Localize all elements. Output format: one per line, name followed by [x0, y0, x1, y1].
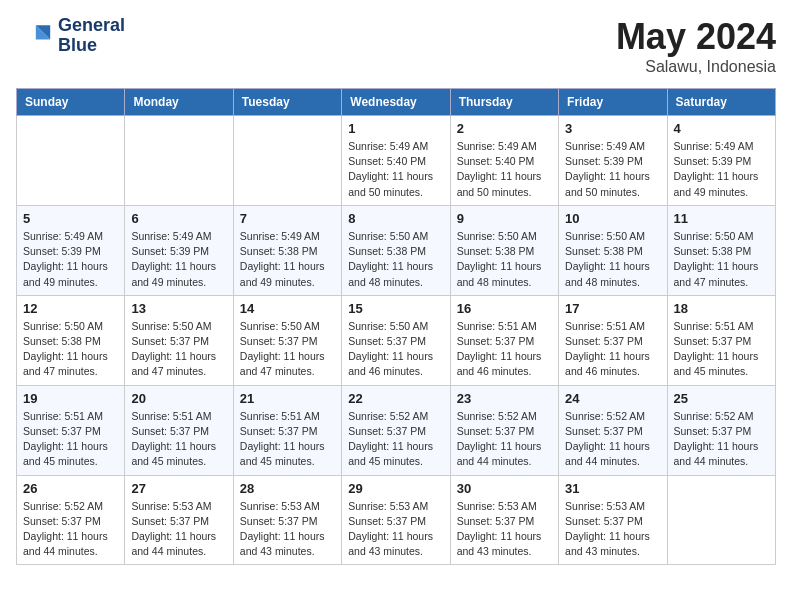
day-number: 25	[674, 391, 769, 406]
weekday-header-tuesday: Tuesday	[233, 89, 341, 116]
calendar-cell: 2Sunrise: 5:49 AM Sunset: 5:40 PM Daylig…	[450, 116, 558, 206]
day-info: Sunrise: 5:52 AM Sunset: 5:37 PM Dayligh…	[457, 409, 552, 470]
day-number: 20	[131, 391, 226, 406]
day-number: 23	[457, 391, 552, 406]
calendar-week-row: 19Sunrise: 5:51 AM Sunset: 5:37 PM Dayli…	[17, 385, 776, 475]
day-number: 12	[23, 301, 118, 316]
calendar-cell: 10Sunrise: 5:50 AM Sunset: 5:38 PM Dayli…	[559, 205, 667, 295]
day-info: Sunrise: 5:50 AM Sunset: 5:38 PM Dayligh…	[23, 319, 118, 380]
day-info: Sunrise: 5:50 AM Sunset: 5:37 PM Dayligh…	[131, 319, 226, 380]
calendar-cell: 29Sunrise: 5:53 AM Sunset: 5:37 PM Dayli…	[342, 475, 450, 565]
day-info: Sunrise: 5:51 AM Sunset: 5:37 PM Dayligh…	[457, 319, 552, 380]
calendar-cell: 23Sunrise: 5:52 AM Sunset: 5:37 PM Dayli…	[450, 385, 558, 475]
calendar-cell: 16Sunrise: 5:51 AM Sunset: 5:37 PM Dayli…	[450, 295, 558, 385]
day-info: Sunrise: 5:53 AM Sunset: 5:37 PM Dayligh…	[565, 499, 660, 560]
logo-icon	[16, 18, 52, 54]
day-number: 26	[23, 481, 118, 496]
calendar-cell: 18Sunrise: 5:51 AM Sunset: 5:37 PM Dayli…	[667, 295, 775, 385]
day-number: 9	[457, 211, 552, 226]
day-number: 2	[457, 121, 552, 136]
day-number: 6	[131, 211, 226, 226]
day-info: Sunrise: 5:49 AM Sunset: 5:38 PM Dayligh…	[240, 229, 335, 290]
calendar-cell: 15Sunrise: 5:50 AM Sunset: 5:37 PM Dayli…	[342, 295, 450, 385]
calendar-cell	[125, 116, 233, 206]
day-info: Sunrise: 5:52 AM Sunset: 5:37 PM Dayligh…	[674, 409, 769, 470]
weekday-header-wednesday: Wednesday	[342, 89, 450, 116]
day-info: Sunrise: 5:53 AM Sunset: 5:37 PM Dayligh…	[240, 499, 335, 560]
calendar-cell: 13Sunrise: 5:50 AM Sunset: 5:37 PM Dayli…	[125, 295, 233, 385]
day-info: Sunrise: 5:49 AM Sunset: 5:39 PM Dayligh…	[23, 229, 118, 290]
day-number: 3	[565, 121, 660, 136]
logo: General Blue	[16, 16, 125, 56]
day-number: 30	[457, 481, 552, 496]
day-info: Sunrise: 5:49 AM Sunset: 5:40 PM Dayligh…	[348, 139, 443, 200]
calendar-cell: 27Sunrise: 5:53 AM Sunset: 5:37 PM Dayli…	[125, 475, 233, 565]
day-info: Sunrise: 5:51 AM Sunset: 5:37 PM Dayligh…	[240, 409, 335, 470]
day-info: Sunrise: 5:51 AM Sunset: 5:37 PM Dayligh…	[131, 409, 226, 470]
calendar-cell: 11Sunrise: 5:50 AM Sunset: 5:38 PM Dayli…	[667, 205, 775, 295]
day-info: Sunrise: 5:51 AM Sunset: 5:37 PM Dayligh…	[565, 319, 660, 380]
logo-line1: General	[58, 16, 125, 36]
day-number: 22	[348, 391, 443, 406]
calendar-cell: 26Sunrise: 5:52 AM Sunset: 5:37 PM Dayli…	[17, 475, 125, 565]
day-info: Sunrise: 5:53 AM Sunset: 5:37 PM Dayligh…	[131, 499, 226, 560]
calendar-cell: 8Sunrise: 5:50 AM Sunset: 5:38 PM Daylig…	[342, 205, 450, 295]
calendar-cell	[17, 116, 125, 206]
day-info: Sunrise: 5:50 AM Sunset: 5:38 PM Dayligh…	[457, 229, 552, 290]
weekday-header-saturday: Saturday	[667, 89, 775, 116]
month-year-title: May 2024	[616, 16, 776, 58]
calendar-cell: 1Sunrise: 5:49 AM Sunset: 5:40 PM Daylig…	[342, 116, 450, 206]
calendar-cell: 25Sunrise: 5:52 AM Sunset: 5:37 PM Dayli…	[667, 385, 775, 475]
day-number: 17	[565, 301, 660, 316]
calendar-cell: 7Sunrise: 5:49 AM Sunset: 5:38 PM Daylig…	[233, 205, 341, 295]
day-number: 19	[23, 391, 118, 406]
day-info: Sunrise: 5:49 AM Sunset: 5:39 PM Dayligh…	[674, 139, 769, 200]
day-number: 21	[240, 391, 335, 406]
calendar-cell: 12Sunrise: 5:50 AM Sunset: 5:38 PM Dayli…	[17, 295, 125, 385]
calendar-cell: 5Sunrise: 5:49 AM Sunset: 5:39 PM Daylig…	[17, 205, 125, 295]
day-number: 7	[240, 211, 335, 226]
day-info: Sunrise: 5:51 AM Sunset: 5:37 PM Dayligh…	[674, 319, 769, 380]
calendar-cell: 30Sunrise: 5:53 AM Sunset: 5:37 PM Dayli…	[450, 475, 558, 565]
calendar-cell: 22Sunrise: 5:52 AM Sunset: 5:37 PM Dayli…	[342, 385, 450, 475]
calendar-cell: 24Sunrise: 5:52 AM Sunset: 5:37 PM Dayli…	[559, 385, 667, 475]
title-block: May 2024 Salawu, Indonesia	[616, 16, 776, 76]
day-info: Sunrise: 5:53 AM Sunset: 5:37 PM Dayligh…	[457, 499, 552, 560]
calendar-cell: 9Sunrise: 5:50 AM Sunset: 5:38 PM Daylig…	[450, 205, 558, 295]
day-info: Sunrise: 5:50 AM Sunset: 5:38 PM Dayligh…	[565, 229, 660, 290]
day-number: 13	[131, 301, 226, 316]
calendar-cell	[667, 475, 775, 565]
calendar-cell: 4Sunrise: 5:49 AM Sunset: 5:39 PM Daylig…	[667, 116, 775, 206]
day-number: 8	[348, 211, 443, 226]
weekday-header-sunday: Sunday	[17, 89, 125, 116]
calendar-cell: 19Sunrise: 5:51 AM Sunset: 5:37 PM Dayli…	[17, 385, 125, 475]
weekday-header-row: SundayMondayTuesdayWednesdayThursdayFrid…	[17, 89, 776, 116]
weekday-header-thursday: Thursday	[450, 89, 558, 116]
calendar-cell: 3Sunrise: 5:49 AM Sunset: 5:39 PM Daylig…	[559, 116, 667, 206]
calendar-week-row: 26Sunrise: 5:52 AM Sunset: 5:37 PM Dayli…	[17, 475, 776, 565]
logo-line2: Blue	[58, 36, 125, 56]
weekday-header-monday: Monday	[125, 89, 233, 116]
location-subtitle: Salawu, Indonesia	[616, 58, 776, 76]
day-number: 28	[240, 481, 335, 496]
day-info: Sunrise: 5:52 AM Sunset: 5:37 PM Dayligh…	[348, 409, 443, 470]
calendar-cell	[233, 116, 341, 206]
day-info: Sunrise: 5:53 AM Sunset: 5:37 PM Dayligh…	[348, 499, 443, 560]
calendar-cell: 14Sunrise: 5:50 AM Sunset: 5:37 PM Dayli…	[233, 295, 341, 385]
day-number: 31	[565, 481, 660, 496]
day-number: 24	[565, 391, 660, 406]
day-number: 4	[674, 121, 769, 136]
calendar-cell: 21Sunrise: 5:51 AM Sunset: 5:37 PM Dayli…	[233, 385, 341, 475]
day-info: Sunrise: 5:50 AM Sunset: 5:38 PM Dayligh…	[674, 229, 769, 290]
calendar-week-row: 1Sunrise: 5:49 AM Sunset: 5:40 PM Daylig…	[17, 116, 776, 206]
calendar-week-row: 5Sunrise: 5:49 AM Sunset: 5:39 PM Daylig…	[17, 205, 776, 295]
day-info: Sunrise: 5:52 AM Sunset: 5:37 PM Dayligh…	[565, 409, 660, 470]
calendar-cell: 6Sunrise: 5:49 AM Sunset: 5:39 PM Daylig…	[125, 205, 233, 295]
weekday-header-friday: Friday	[559, 89, 667, 116]
day-info: Sunrise: 5:49 AM Sunset: 5:40 PM Dayligh…	[457, 139, 552, 200]
calendar-cell: 20Sunrise: 5:51 AM Sunset: 5:37 PM Dayli…	[125, 385, 233, 475]
day-number: 18	[674, 301, 769, 316]
day-info: Sunrise: 5:49 AM Sunset: 5:39 PM Dayligh…	[565, 139, 660, 200]
day-number: 1	[348, 121, 443, 136]
day-info: Sunrise: 5:50 AM Sunset: 5:37 PM Dayligh…	[240, 319, 335, 380]
